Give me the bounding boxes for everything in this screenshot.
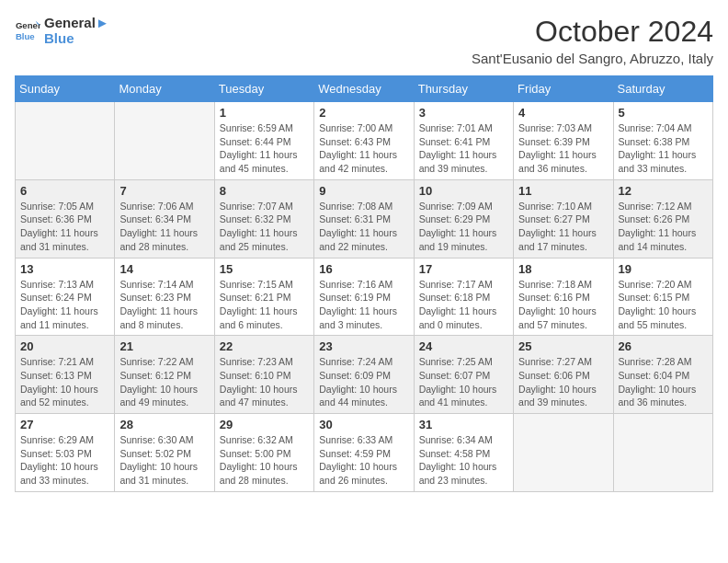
day-info: Sunrise: 6:30 AM Sunset: 5:02 PM Dayligh…	[119, 433, 209, 488]
day-number: 7	[119, 184, 209, 198]
calendar-cell: 24Sunrise: 7:25 AM Sunset: 6:07 PM Dayli…	[414, 336, 513, 414]
day-number: 30	[319, 418, 408, 431]
day-number: 22	[220, 339, 309, 353]
location-title: Sant'Eusanio del Sangro, Abruzzo, Italy	[472, 51, 713, 66]
title-area: October 2024 Sant'Eusanio del Sangro, Ab…	[472, 15, 713, 66]
calendar-cell: 10Sunrise: 7:09 AM Sunset: 6:29 PM Dayli…	[414, 179, 513, 258]
calendar-table: SundayMondayTuesdayWednesdayThursdayFrid…	[15, 75, 713, 492]
calendar-cell: 3Sunrise: 7:01 AM Sunset: 6:41 PM Daylig…	[414, 102, 513, 180]
day-number: 15	[220, 262, 309, 276]
header-monday: Monday	[115, 76, 214, 102]
day-info: Sunrise: 7:25 AM Sunset: 6:07 PM Dayligh…	[419, 355, 508, 409]
calendar-cell: 12Sunrise: 7:12 AM Sunset: 6:26 PM Dayli…	[613, 179, 712, 258]
calendar-cell: 2Sunrise: 7:00 AM Sunset: 6:43 PM Daylig…	[314, 102, 414, 180]
day-number: 19	[619, 262, 708, 276]
calendar-cell: 25Sunrise: 7:27 AM Sunset: 6:06 PM Dayli…	[514, 336, 613, 414]
day-info: Sunrise: 7:06 AM Sunset: 6:34 PM Dayligh…	[119, 200, 209, 254]
day-info: Sunrise: 7:04 AM Sunset: 6:38 PM Dayligh…	[619, 121, 708, 176]
day-info: Sunrise: 7:01 AM Sunset: 6:41 PM Dayligh…	[419, 121, 508, 176]
calendar-cell	[115, 102, 214, 180]
week-row-3: 13Sunrise: 7:13 AM Sunset: 6:24 PM Dayli…	[16, 258, 713, 336]
month-title: October 2024	[472, 15, 713, 49]
calendar-cell: 15Sunrise: 7:15 AM Sunset: 6:21 PM Dayli…	[214, 258, 313, 336]
day-number: 16	[319, 262, 408, 276]
week-row-5: 27Sunrise: 6:29 AM Sunset: 5:03 PM Dayli…	[16, 414, 713, 492]
calendar-cell: 4Sunrise: 7:03 AM Sunset: 6:39 PM Daylig…	[514, 102, 613, 180]
day-number: 28	[119, 418, 209, 431]
header-thursday: Thursday	[414, 76, 513, 102]
day-info: Sunrise: 6:29 AM Sunset: 5:03 PM Dayligh…	[20, 433, 109, 488]
week-row-2: 6Sunrise: 7:05 AM Sunset: 6:36 PM Daylig…	[16, 179, 713, 258]
day-info: Sunrise: 6:32 AM Sunset: 5:00 PM Dayligh…	[220, 433, 309, 488]
day-number: 14	[119, 262, 209, 276]
day-info: Sunrise: 7:13 AM Sunset: 6:24 PM Dayligh…	[20, 278, 109, 332]
calendar-cell	[16, 102, 115, 180]
day-info: Sunrise: 7:07 AM Sunset: 6:32 PM Dayligh…	[220, 200, 309, 254]
calendar-cell: 30Sunrise: 6:33 AM Sunset: 4:59 PM Dayli…	[314, 414, 414, 492]
calendar-cell	[514, 414, 613, 492]
day-number: 26	[619, 339, 708, 353]
calendar-cell: 28Sunrise: 6:30 AM Sunset: 5:02 PM Dayli…	[115, 414, 214, 492]
day-number: 13	[20, 262, 109, 276]
day-info: Sunrise: 7:09 AM Sunset: 6:29 PM Dayligh…	[419, 200, 508, 254]
logo-icon: General Blue	[15, 17, 40, 43]
header-saturday: Saturday	[613, 76, 712, 102]
calendar-cell: 16Sunrise: 7:16 AM Sunset: 6:19 PM Dayli…	[314, 258, 414, 336]
day-number: 27	[20, 418, 109, 431]
calendar-cell: 26Sunrise: 7:28 AM Sunset: 6:04 PM Dayli…	[613, 336, 712, 414]
day-number: 6	[20, 184, 109, 198]
calendar-cell: 13Sunrise: 7:13 AM Sunset: 6:24 PM Dayli…	[16, 258, 115, 336]
day-number: 9	[319, 184, 408, 198]
header-tuesday: Tuesday	[214, 76, 313, 102]
calendar-cell: 11Sunrise: 7:10 AM Sunset: 6:27 PM Dayli…	[514, 179, 613, 258]
day-info: Sunrise: 7:23 AM Sunset: 6:10 PM Dayligh…	[220, 355, 309, 409]
day-info: Sunrise: 7:03 AM Sunset: 6:39 PM Dayligh…	[518, 121, 608, 176]
day-number: 5	[619, 106, 708, 120]
calendar-cell: 6Sunrise: 7:05 AM Sunset: 6:36 PM Daylig…	[16, 179, 115, 258]
day-info: Sunrise: 7:27 AM Sunset: 6:06 PM Dayligh…	[518, 355, 608, 409]
day-number: 21	[119, 339, 209, 353]
day-info: Sunrise: 7:10 AM Sunset: 6:27 PM Dayligh…	[518, 200, 608, 254]
day-info: Sunrise: 7:14 AM Sunset: 6:23 PM Dayligh…	[119, 278, 209, 332]
day-info: Sunrise: 7:18 AM Sunset: 6:16 PM Dayligh…	[518, 278, 608, 332]
calendar-cell: 9Sunrise: 7:08 AM Sunset: 6:31 PM Daylig…	[314, 179, 414, 258]
day-number: 31	[419, 418, 508, 431]
day-number: 8	[220, 184, 309, 198]
day-info: Sunrise: 7:16 AM Sunset: 6:19 PM Dayligh…	[319, 278, 408, 332]
calendar-cell: 7Sunrise: 7:06 AM Sunset: 6:34 PM Daylig…	[115, 179, 214, 258]
calendar-cell: 21Sunrise: 7:22 AM Sunset: 6:12 PM Dayli…	[115, 336, 214, 414]
day-info: Sunrise: 7:24 AM Sunset: 6:09 PM Dayligh…	[319, 355, 408, 409]
day-number: 11	[518, 184, 608, 198]
day-number: 29	[220, 418, 309, 431]
week-row-1: 1Sunrise: 6:59 AM Sunset: 6:44 PM Daylig…	[16, 102, 713, 180]
calendar-cell: 19Sunrise: 7:20 AM Sunset: 6:15 PM Dayli…	[613, 258, 712, 336]
day-number: 23	[319, 339, 408, 353]
header-sunday: Sunday	[16, 76, 115, 102]
day-number: 3	[419, 106, 508, 120]
day-info: Sunrise: 6:34 AM Sunset: 4:58 PM Dayligh…	[419, 433, 508, 488]
calendar-cell: 20Sunrise: 7:21 AM Sunset: 6:13 PM Dayli…	[16, 336, 115, 414]
svg-text:Blue: Blue	[16, 31, 35, 41]
day-number: 10	[419, 184, 508, 198]
calendar-cell: 22Sunrise: 7:23 AM Sunset: 6:10 PM Dayli…	[214, 336, 313, 414]
header: General Blue General► Blue October 2024 …	[15, 15, 713, 66]
calendar-cell: 17Sunrise: 7:17 AM Sunset: 6:18 PM Dayli…	[414, 258, 513, 336]
calendar-cell: 8Sunrise: 7:07 AM Sunset: 6:32 PM Daylig…	[214, 179, 313, 258]
day-info: Sunrise: 7:08 AM Sunset: 6:31 PM Dayligh…	[319, 200, 408, 254]
header-wednesday: Wednesday	[314, 76, 414, 102]
logo-line2: Blue	[44, 30, 109, 46]
day-info: Sunrise: 7:20 AM Sunset: 6:15 PM Dayligh…	[619, 278, 708, 332]
day-number: 20	[20, 339, 109, 353]
calendar-cell: 18Sunrise: 7:18 AM Sunset: 6:16 PM Dayli…	[514, 258, 613, 336]
calendar-cell	[613, 414, 712, 492]
day-number: 18	[518, 262, 608, 276]
calendar-cell: 23Sunrise: 7:24 AM Sunset: 6:09 PM Dayli…	[314, 336, 414, 414]
calendar-cell: 27Sunrise: 6:29 AM Sunset: 5:03 PM Dayli…	[16, 414, 115, 492]
calendar-cell: 29Sunrise: 6:32 AM Sunset: 5:00 PM Dayli…	[214, 414, 313, 492]
day-info: Sunrise: 7:17 AM Sunset: 6:18 PM Dayligh…	[419, 278, 508, 332]
day-number: 25	[518, 339, 608, 353]
calendar-header-row: SundayMondayTuesdayWednesdayThursdayFrid…	[16, 76, 713, 102]
day-number: 24	[419, 339, 508, 353]
calendar-cell: 31Sunrise: 6:34 AM Sunset: 4:58 PM Dayli…	[414, 414, 513, 492]
calendar-cell: 14Sunrise: 7:14 AM Sunset: 6:23 PM Dayli…	[115, 258, 214, 336]
